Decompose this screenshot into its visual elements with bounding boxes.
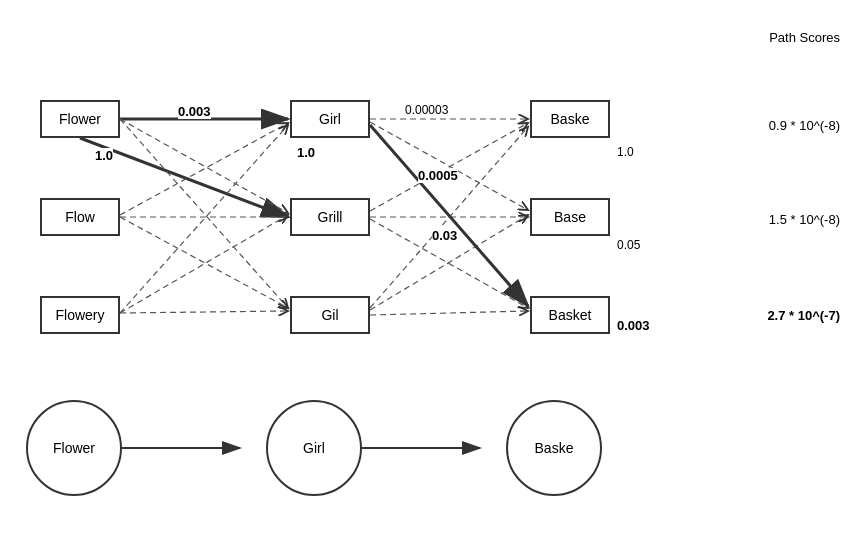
node-grill: Grill bbox=[290, 198, 370, 236]
svg-line-17 bbox=[370, 127, 528, 308]
node-gil: Gil bbox=[290, 296, 370, 334]
path-score-1: 0.9 * 10^(-8) bbox=[769, 118, 840, 133]
edge-label-girl-baske-w: 0.00003 bbox=[405, 103, 448, 117]
svg-line-20 bbox=[370, 125, 528, 306]
node-baske: Baske bbox=[530, 100, 610, 138]
svg-line-5 bbox=[120, 119, 288, 308]
path-scores-title: Path Scores bbox=[769, 30, 840, 45]
node-flower: Flower bbox=[40, 100, 120, 138]
svg-line-19 bbox=[370, 311, 528, 315]
path-score-2: 1.5 * 10^(-8) bbox=[769, 212, 840, 227]
svg-line-4 bbox=[120, 119, 288, 213]
circle-baske: Baske bbox=[506, 400, 602, 496]
svg-line-11 bbox=[120, 311, 288, 313]
circle-flower: Flower bbox=[26, 400, 122, 496]
svg-line-10 bbox=[120, 215, 288, 313]
edge-label-baske-1: 1.0 bbox=[617, 145, 634, 159]
node-flowery: Flowery bbox=[40, 296, 120, 334]
edge-label-flower-girl-w: 0.003 bbox=[178, 104, 211, 119]
node-base: Base bbox=[530, 198, 610, 236]
svg-line-14 bbox=[370, 123, 528, 211]
edge-label-girl-basket-0005: 0.0005 bbox=[418, 168, 458, 183]
svg-line-9 bbox=[120, 125, 288, 313]
arrows-svg bbox=[0, 0, 860, 559]
svg-line-6 bbox=[120, 123, 288, 215]
path-score-3: 2.7 * 10^(-7) bbox=[767, 308, 840, 323]
edge-label-flower-grill-1: 1.0 bbox=[95, 148, 113, 163]
node-girl: Girl bbox=[290, 100, 370, 138]
edge-label-basket-003: 0.003 bbox=[617, 318, 650, 333]
svg-line-13 bbox=[370, 122, 528, 210]
diagram-container: Flower Flow Flowery Girl Grill Gil Baske… bbox=[0, 0, 860, 559]
node-basket: Basket bbox=[530, 296, 610, 334]
node-flow: Flow bbox=[40, 198, 120, 236]
circle-girl: Girl bbox=[266, 400, 362, 496]
edge-label-girl-basket-03: 0.03 bbox=[432, 228, 457, 243]
edge-label-girl-grill-1: 1.0 bbox=[297, 145, 315, 160]
svg-line-8 bbox=[120, 217, 288, 308]
edge-label-base-05: 0.05 bbox=[617, 238, 640, 252]
